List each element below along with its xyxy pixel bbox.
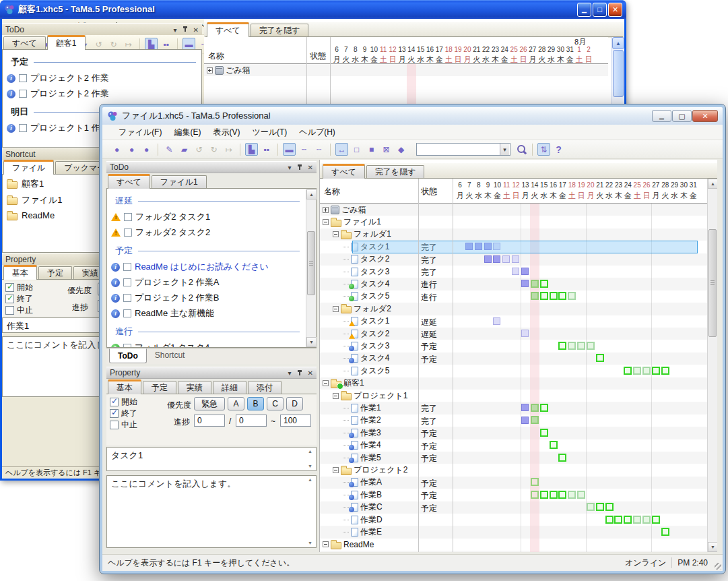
tree-row-ReadMe[interactable]: ReadMe (320, 539, 708, 551)
property-check-row[interactable]: 終了 (5, 293, 33, 305)
gantt-bars-icon[interactable]: ▪▪ (260, 143, 273, 156)
chevron-down-icon[interactable] (174, 25, 177, 34)
spin-down-icon[interactable]: ▼ (306, 541, 314, 545)
rect-outline-icon[interactable]: □ (350, 143, 363, 156)
collapse-icon[interactable] (323, 219, 329, 225)
checkbox-icon[interactable] (5, 295, 14, 303)
todo-tab-1[interactable]: ファイル1 (152, 175, 207, 188)
tree-row-作業C[interactable]: 作業C予定 (320, 501, 708, 514)
checkbox-icon[interactable] (5, 306, 14, 315)
spin-up-icon[interactable]: ▲ (306, 449, 314, 454)
scroll-up-icon[interactable] (306, 189, 317, 200)
menu-item-3[interactable]: ツール(T) (246, 125, 292, 140)
chevron-down-icon[interactable] (288, 162, 292, 172)
rect-cross-icon[interactable]: ⊠ (380, 143, 393, 156)
scroll-down-icon[interactable] (708, 542, 717, 552)
rect-filled-icon[interactable]: ■ (365, 143, 378, 156)
view-tab-1[interactable]: 完了を隠す (366, 165, 425, 178)
help-icon[interactable]: ? (552, 143, 565, 156)
property-tab-0[interactable]: 基本 (108, 379, 141, 394)
minimize-button[interactable] (652, 110, 671, 122)
search-icon[interactable] (517, 144, 527, 155)
tree-row-タスク5[interactable]: タスク5進行 (320, 290, 708, 303)
dock-tab-Shortcut[interactable]: Shortcut (147, 348, 193, 362)
maximize-button[interactable] (593, 3, 607, 17)
property-check-row[interactable]: 開始 (110, 396, 137, 408)
sync-icon[interactable]: ⇅ (537, 143, 550, 156)
tree-row-フォルダ2[interactable]: フォルダ2 (320, 303, 708, 315)
progress-min-input[interactable]: 0 (236, 415, 267, 427)
scroll-up-icon[interactable]: ▲ (612, 37, 624, 49)
width-arrow-icon[interactable]: ↔ (335, 143, 348, 156)
collapse-icon[interactable] (323, 541, 329, 547)
tree-row-タスク2[interactable]: タスク2遅延 (320, 328, 708, 340)
todo-item-checkbox[interactable] (19, 74, 27, 82)
scroll-thumb[interactable] (708, 229, 717, 337)
search-combo-input[interactable] (416, 143, 510, 156)
tree-row-はじめにお[interactable]: はじめにお (320, 551, 708, 552)
close-button[interactable] (608, 3, 622, 17)
property-tab-2[interactable]: 実績 (178, 381, 211, 394)
scroll-thumb[interactable] (307, 231, 315, 295)
todo-tab-1[interactable]: 顧客1 (47, 35, 86, 50)
todo-item-checkbox[interactable] (19, 90, 27, 98)
resize-grip[interactable] (715, 563, 721, 570)
progress-max-input[interactable]: 100 (280, 415, 311, 427)
collapse-icon[interactable] (333, 393, 339, 399)
property-panel-header[interactable]: Property (106, 367, 317, 379)
todo-item[interactable]: フォルダ1 タスク4 (107, 340, 305, 348)
property-tab-1[interactable]: 予定 (38, 266, 72, 279)
tree-row-作業2[interactable]: 作業2完了 (320, 415, 708, 427)
todo-item-checkbox[interactable] (123, 278, 131, 286)
checkbox-icon[interactable] (5, 283, 14, 292)
bg-titlebar[interactable]: 顧客1.xhc5 - TaMa.5 Professional (0, 0, 626, 19)
property-check-row[interactable]: 開始 (5, 282, 33, 293)
tree-row-プロジェクト2[interactable]: プロジェクト2 (320, 464, 708, 476)
todo-panel-header[interactable]: ToDo (2, 23, 202, 35)
close-icon[interactable] (308, 368, 313, 377)
property-tab-4[interactable]: 添付 (248, 381, 282, 394)
priority-button-B[interactable]: B (247, 397, 264, 410)
tree-scrollbar[interactable] (707, 179, 717, 552)
edit-pencil-icon[interactable]: ✎ (163, 143, 176, 156)
todo-tab-0[interactable]: すべて (3, 36, 46, 49)
todo-panel-header[interactable]: ToDo (106, 161, 317, 173)
maximize-button[interactable] (672, 110, 692, 122)
pin-icon[interactable] (297, 369, 302, 377)
menu-item-4[interactable]: ヘルプ(H) (294, 125, 341, 140)
view-tab-0[interactable]: すべて (207, 22, 249, 37)
receive-document-icon[interactable]: ● (140, 143, 153, 156)
tree-row-作業1[interactable]: 作業1完了 (320, 402, 708, 414)
collapse-icon[interactable] (333, 467, 339, 473)
chevron-down-icon[interactable] (288, 368, 292, 377)
property-check-row[interactable]: 終了 (110, 408, 137, 419)
todo-item[interactable]: iプロジェクト2 作業A (107, 274, 305, 290)
tree-row-ごみ箱[interactable]: ごみ箱 (320, 204, 708, 216)
task-name-field[interactable]: タスク1 (106, 447, 317, 471)
todo-item-checkbox[interactable] (124, 213, 132, 221)
todo-item[interactable]: フォルダ2 タスク1 (107, 209, 305, 224)
checkbox-icon[interactable] (110, 409, 119, 418)
tree-row-顧客1[interactable]: 顧客1 (320, 377, 708, 390)
checkbox-icon[interactable] (110, 421, 119, 429)
todo-item[interactable]: フォルダ2 タスク2 (107, 224, 305, 240)
scroll-thumb[interactable] (613, 50, 624, 97)
collapse-icon[interactable] (333, 306, 339, 312)
redo-icon[interactable]: ↻ (207, 143, 220, 156)
todo-item-checkbox[interactable] (123, 263, 131, 271)
minimize-button[interactable] (577, 3, 591, 17)
todo-item-checkbox[interactable] (123, 294, 131, 302)
line-dotted-icon[interactable]: ┄ (312, 143, 325, 156)
todo-item-checkbox[interactable] (124, 228, 132, 237)
collapse-icon[interactable] (333, 231, 339, 237)
jump-icon[interactable]: ↦ (222, 143, 235, 156)
dock-tab-ToDo[interactable]: ToDo (109, 348, 147, 363)
close-icon[interactable] (308, 162, 313, 172)
property-tab-3[interactable]: 詳細 (213, 381, 246, 394)
tree-row-タスク5[interactable]: タスク5 (320, 365, 708, 377)
tree-row-タスク1[interactable]: タスク1完了 (320, 241, 708, 253)
view-tab-1[interactable]: 完了を隠す (251, 24, 309, 36)
checkbox-icon[interactable] (110, 398, 119, 406)
spin-up-icon[interactable]: ▲ (306, 477, 314, 482)
menu-item-0[interactable]: ファイル(F) (113, 125, 167, 140)
